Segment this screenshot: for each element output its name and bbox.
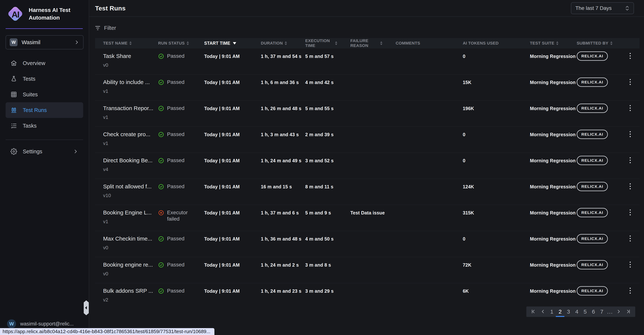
pagination-page-3[interactable]: 3 xyxy=(565,307,572,317)
kebab-menu-icon[interactable] xyxy=(628,156,632,179)
pagination-ellipsis: ... xyxy=(606,309,614,315)
column-label: RUN STATUS xyxy=(158,41,185,46)
test-name-cell: Booking Engine L...v1 xyxy=(95,205,158,231)
sidebar-item-label: Test Runs xyxy=(23,107,47,113)
pagination-first[interactable] xyxy=(529,307,538,317)
table-row[interactable]: Max Checkin time...v0PassedToday | 9:01 … xyxy=(95,231,640,257)
sidebar-item-settings[interactable]: Settings xyxy=(6,144,83,159)
submitted-by-cell: RELICX.AI xyxy=(577,283,621,309)
row-menu-cell xyxy=(621,283,640,309)
comments-cell xyxy=(396,153,463,179)
sidebar: AI Harness AI Test Automation W Wasimil … xyxy=(0,0,89,335)
pagination-page-2[interactable]: 2 xyxy=(556,307,564,317)
sidebar-item-test-runs[interactable]: Test Runs xyxy=(6,102,83,118)
column-label: EXECUTION TIME xyxy=(305,38,333,48)
kebab-menu-icon[interactable] xyxy=(628,130,632,153)
comments-cell xyxy=(396,205,463,231)
row-menu-cell xyxy=(621,179,640,205)
table-row[interactable]: Task Sharev0PassedToday | 9:01 AM1 h, 37… xyxy=(95,48,640,74)
table-row[interactable]: Direct Booking Be...v4PassedToday | 9:01… xyxy=(95,153,640,179)
test-suite-cell: Morning Regression xyxy=(530,153,577,179)
column-header-failure-reason[interactable]: FAILURE REASON xyxy=(350,38,396,48)
sidebar-item-tasks[interactable]: Tasks xyxy=(6,118,83,134)
ai-tokens-cell: 0 xyxy=(463,48,530,74)
submitted-by-cell: RELICX.AI xyxy=(577,257,621,283)
grid-icon xyxy=(10,91,17,98)
table-row[interactable]: Booking engine re...v0PassedToday | 9:01… xyxy=(95,257,640,283)
comments-cell xyxy=(396,101,463,126)
submitted-by-badge: RELICX.AI xyxy=(577,156,608,165)
column-header-duration[interactable]: DURATION xyxy=(261,41,305,46)
pagination-next[interactable] xyxy=(614,307,623,317)
start-time-cell: Today | 9:01 AM xyxy=(204,48,261,74)
execution-time-cell: 3 m and 8 s xyxy=(305,257,350,283)
ai-tokens-cell: 124K xyxy=(463,179,530,205)
kebab-menu-icon[interactable] xyxy=(628,104,632,126)
kebab-menu-icon[interactable] xyxy=(628,208,632,231)
duration-cell: 1 h, 3 m and 43 s xyxy=(261,127,305,153)
start-time-cell: Today | 9:01 AM xyxy=(204,257,261,283)
sidebar-item-overview[interactable]: Overview xyxy=(6,55,83,71)
pagination-last-icon xyxy=(625,309,631,315)
execution-time-cell: 5 m and 55 s xyxy=(305,101,350,126)
table-header-row: TEST NAMERUN STATUSSTART TIMEDURATIONEXE… xyxy=(95,38,640,48)
collapse-arrow-icon xyxy=(85,306,87,310)
duration-cell: 1 h, 26 m and 48 s xyxy=(261,101,305,126)
check-circle-icon xyxy=(158,236,164,242)
table-row[interactable]: Booking Engine L...v1Executor failedToda… xyxy=(95,205,640,231)
sidebar-item-label: Tasks xyxy=(23,123,36,129)
ai-tokens-cell: 6K xyxy=(463,283,530,309)
filter-label: Filter xyxy=(104,25,116,31)
sidebar-collapse-handle[interactable] xyxy=(84,300,89,315)
kebab-menu-icon[interactable] xyxy=(628,52,632,74)
pagination-prev[interactable] xyxy=(539,307,547,317)
table-row[interactable]: Transaction Repor...v1PassedToday | 9:01… xyxy=(95,101,640,127)
pagination-last[interactable] xyxy=(624,307,632,317)
column-label: START TIME xyxy=(204,41,230,46)
test-name-cell: Transaction Repor...v1 xyxy=(95,101,158,126)
column-header-submitted-by[interactable]: SUBMITTED BY xyxy=(577,41,621,46)
table-row[interactable]: Check create pro...v1PassedToday | 9:01 … xyxy=(95,127,640,153)
user-info[interactable]: W wasimil-support@relic... xyxy=(7,319,74,328)
ai-tokens-cell: 72K xyxy=(463,257,530,283)
column-header-start-time[interactable]: START TIME xyxy=(204,41,261,46)
run-status-label: Passed xyxy=(167,183,184,190)
pagination-page-5[interactable]: 5 xyxy=(581,307,589,317)
filter-button[interactable]: Filter xyxy=(95,25,116,31)
execution-time-cell: 3 m and 29 s xyxy=(305,283,350,309)
run-status-cell: Passed xyxy=(158,153,204,179)
workspace-selector[interactable]: W Wasimil xyxy=(6,35,84,49)
table-row[interactable]: Bulk addons SRP ...v2PassedToday | 9:01 … xyxy=(95,283,640,309)
table-row[interactable]: Split not allowed f...v10PassedToday | 9… xyxy=(95,179,640,205)
submitted-by-cell: RELICX.AI xyxy=(577,205,621,231)
table-row[interactable]: Ability to include ...v1PassedToday | 9:… xyxy=(95,74,640,101)
kebab-menu-icon[interactable] xyxy=(628,287,632,309)
ai-tokens-cell: 315K xyxy=(463,205,530,231)
kebab-menu-icon[interactable] xyxy=(628,78,632,100)
run-status-label: Passed xyxy=(167,53,184,59)
column-header-execution-time[interactable]: EXECUTION TIME xyxy=(305,38,350,48)
column-header-run-status[interactable]: RUN STATUS xyxy=(158,41,204,46)
kebab-menu-icon[interactable] xyxy=(628,234,632,257)
pagination-page-1[interactable]: 1 xyxy=(548,307,556,317)
test-name-cell: Max Checkin time...v0 xyxy=(95,231,158,257)
kebab-menu-icon[interactable] xyxy=(628,182,632,205)
pagination-page-4[interactable]: 4 xyxy=(573,307,580,317)
sort-arrows-icon xyxy=(380,41,382,45)
date-range-select[interactable]: The last 7 Days xyxy=(571,2,634,14)
submitted-by-badge: RELICX.AI xyxy=(577,77,608,87)
sidebar-item-suites[interactable]: Suites xyxy=(6,87,83,102)
pagination-page-6[interactable]: 6 xyxy=(590,307,598,317)
sidebar-item-tests[interactable]: Tests xyxy=(6,71,83,87)
submitted-by-cell: RELICX.AI xyxy=(577,153,621,179)
filter-icon xyxy=(95,26,100,30)
pagination-page-7[interactable]: 7 xyxy=(598,307,606,317)
column-header-test-name[interactable]: TEST NAME xyxy=(95,41,158,46)
test-name: Bulk addons SRP ... xyxy=(103,288,158,294)
kebab-menu-icon[interactable] xyxy=(628,261,632,283)
run-status-label: Passed xyxy=(167,236,184,242)
column-header-test-suite[interactable]: TEST SUITE xyxy=(530,41,577,46)
sort-arrows-icon xyxy=(335,41,337,45)
table-body: Task Sharev0PassedToday | 9:01 AM1 h, 37… xyxy=(95,48,640,309)
failure-reason-cell xyxy=(350,48,396,74)
